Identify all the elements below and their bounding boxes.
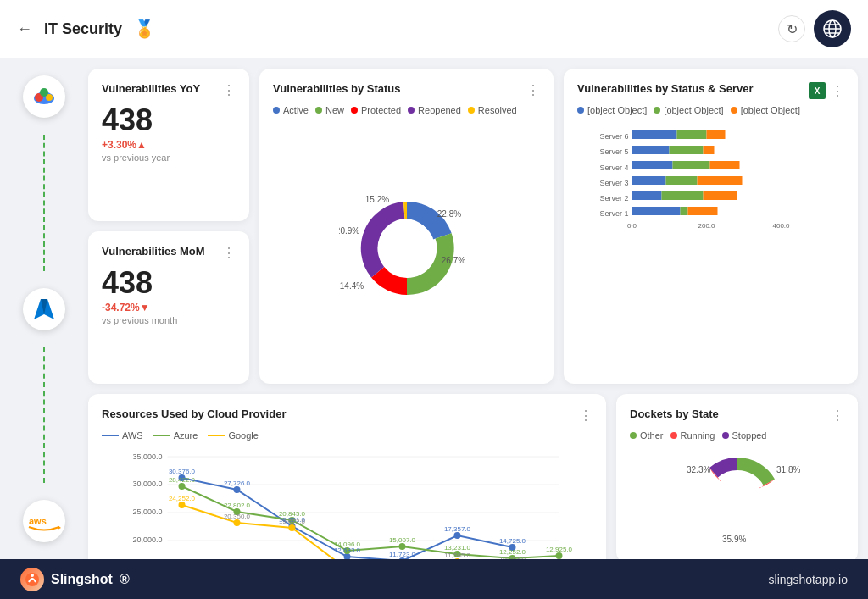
- svg-text:10,763.0: 10,763.0: [499, 555, 526, 559]
- vuln-server-legend: [object Object] [object Object] [object …: [577, 105, 844, 115]
- footer-url: slingshotapp.io: [769, 573, 848, 586]
- vuln-status-card: Vulnerabilities by Status ⋮ Active New: [259, 69, 554, 384]
- svg-text:28,422.0: 28,422.0: [169, 476, 196, 484]
- vuln-server-title: Vulnerabilities by Status & Server: [577, 82, 754, 95]
- vuln-server-menu[interactable]: ⋮: [831, 83, 844, 99]
- svg-text:14,096.0: 14,096.0: [334, 541, 361, 548]
- svg-text:26.7%: 26.7%: [441, 256, 465, 265]
- svg-text:aws: aws: [29, 516, 47, 526]
- line-legend: AWS Azure Google: [102, 430, 593, 441]
- server-bar-chart: Server 6 Server 5 Server 4 Server 3 Serv…: [577, 122, 844, 232]
- header: ← IT Security 🏅 ↻: [0, 0, 868, 58]
- svg-text:15,007.0: 15,007.0: [389, 536, 416, 544]
- dockets-legend: Other Running Stopped: [630, 430, 844, 441]
- refresh-button[interactable]: ↻: [778, 15, 805, 42]
- svg-rect-42: [662, 191, 704, 200]
- vuln-status-title: Vulnerabilities by Status: [273, 82, 401, 95]
- bottom-row: Resources Used by Cloud Provider ⋮ AWS A…: [88, 394, 858, 559]
- svg-point-80: [399, 543, 406, 550]
- svg-text:35.9%: 35.9%: [722, 535, 746, 544]
- svg-point-72: [344, 553, 351, 559]
- cloud-icon-sidebar: [23, 75, 65, 118]
- svg-point-14: [379, 220, 435, 276]
- svg-rect-36: [673, 161, 710, 169]
- footer: Slingshot® slingshotapp.io: [0, 559, 868, 599]
- svg-text:Server 4: Server 4: [599, 164, 628, 172]
- slingshot-icon: [20, 568, 44, 591]
- mom-title: Vulnerabilities MoM: [102, 245, 205, 258]
- svg-text:20,000.0: 20,000.0: [132, 535, 162, 544]
- svg-rect-41: [632, 191, 662, 200]
- mom-change: -34.72%▼: [102, 302, 236, 313]
- svg-text:13,231.0: 13,231.0: [444, 544, 471, 552]
- svg-rect-34: [704, 146, 715, 154]
- resources-title: Resources Used by Cloud Provider: [102, 408, 286, 420]
- svg-point-9: [40, 88, 48, 97]
- vuln-status-menu[interactable]: ⋮: [526, 82, 540, 98]
- page-title: IT Security: [44, 20, 122, 38]
- vuln-status-legend: Active New Protected Reopened: [273, 105, 540, 115]
- svg-text:35,000.0: 35,000.0: [132, 452, 162, 461]
- svg-rect-29: [632, 130, 677, 139]
- back-button[interactable]: ←: [17, 20, 32, 38]
- svg-text:20,845.0: 20,845.0: [279, 510, 306, 518]
- aws-icon-sidebar: aws: [23, 500, 65, 542]
- legend-active: Active: [273, 105, 309, 115]
- svg-text:Server 6: Server 6: [599, 132, 628, 141]
- legend-resolved: Resolved: [468, 105, 517, 115]
- svg-text:11,565.0: 11,565.0: [444, 552, 471, 559]
- svg-rect-32: [632, 146, 670, 154]
- yoy-menu[interactable]: ⋮: [222, 82, 236, 98]
- svg-point-84: [179, 502, 186, 508]
- svg-text:Server 3: Server 3: [599, 179, 628, 187]
- svg-text:32.3%: 32.3%: [687, 465, 710, 474]
- svg-text:27,726.0: 27,726.0: [224, 480, 251, 487]
- svg-rect-44: [632, 207, 681, 215]
- svg-point-86: [289, 524, 296, 531]
- sidebar-line: [43, 135, 45, 271]
- svg-text:Server 2: Server 2: [599, 194, 628, 202]
- svg-text:Server 1: Server 1: [599, 209, 628, 218]
- svg-text:Server 5: Server 5: [599, 147, 628, 156]
- vuln-server-card: Vulnerabilities by Status & Server X ⋮ […: [564, 69, 858, 384]
- sidebar-line2: [43, 347, 45, 484]
- svg-point-83: [556, 552, 563, 559]
- svg-text:25,000.0: 25,000.0: [132, 507, 162, 516]
- dockets-menu[interactable]: ⋮: [831, 408, 844, 424]
- line-chart-svg: 35,000.0 30,000.0 25,000.0 20,000.0 10,0…: [102, 444, 593, 559]
- svg-rect-31: [707, 130, 726, 139]
- svg-marker-13: [58, 525, 61, 530]
- svg-text:200.0: 200.0: [698, 222, 715, 230]
- resources-menu[interactable]: ⋮: [579, 408, 593, 424]
- svg-point-125: [31, 574, 34, 577]
- svg-point-76: [179, 483, 186, 490]
- svg-rect-35: [632, 161, 673, 169]
- yoy-subtitle: vs previous year: [102, 153, 236, 163]
- svg-rect-43: [704, 191, 737, 200]
- svg-text:400.0: 400.0: [772, 222, 790, 230]
- svg-text:31.8%: 31.8%: [776, 465, 800, 474]
- svg-text:30,376.0: 30,376.0: [169, 468, 196, 475]
- yoy-change: +3.30%▲: [102, 139, 236, 151]
- svg-text:22.8%: 22.8%: [437, 209, 460, 219]
- yoy-card: Vulnerabilities YoY ⋮ 438 +3.30%▲ vs pre…: [88, 69, 249, 221]
- globe-button[interactable]: [814, 10, 851, 47]
- dashboard: Vulnerabilities YoY ⋮ 438 +3.30%▲ vs pre…: [88, 69, 858, 549]
- refresh-icon: ↻: [787, 21, 798, 37]
- brand-name: Slingshot: [51, 572, 113, 587]
- legend-new: New: [315, 105, 344, 115]
- svg-rect-30: [677, 130, 707, 139]
- svg-text:0.0: 0.0: [627, 222, 637, 230]
- svg-rect-46: [688, 207, 718, 215]
- sidebar: aws: [10, 69, 78, 549]
- mom-subtitle: vs previous month: [102, 315, 236, 325]
- svg-text:24,252.0: 24,252.0: [169, 495, 196, 502]
- svg-point-85: [234, 519, 241, 526]
- svg-rect-40: [698, 176, 743, 185]
- mom-menu[interactable]: ⋮: [222, 245, 236, 261]
- dockets-card: Dockets by State ⋮ Other Running Stopped: [616, 394, 858, 559]
- svg-text:30,000.0: 30,000.0: [132, 480, 162, 488]
- dockets-donut: 31.8% 32.3% 35.9%: [630, 447, 844, 549]
- donut-chart: 22.8% 26.7% 14.4% 20.9% 15.2%: [273, 122, 540, 370]
- svg-point-74: [454, 532, 461, 539]
